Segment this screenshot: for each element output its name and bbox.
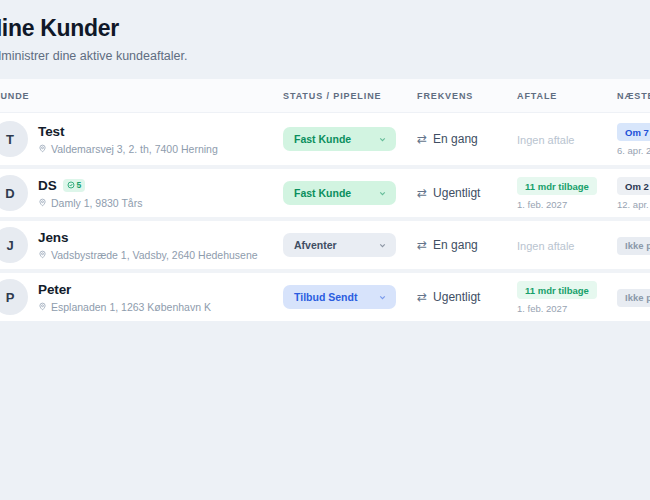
status-label: Afventer [294, 239, 337, 251]
repeat-icon: ⇄ [417, 238, 427, 252]
column-header-aftale: AFTALE [517, 91, 617, 101]
table-row[interactable]: J Jens Vadsbystræde 1, Vadsby, 2640 Hede… [0, 217, 650, 269]
map-pin-icon [38, 302, 47, 311]
frequency-label: En gang [433, 238, 478, 252]
customer-address: Esplanaden 1, 1263 København K [51, 301, 211, 313]
table-row[interactable]: D DS 5 Damly 1, 9830 Tårs [0, 165, 650, 217]
agreement-date: 1. feb. 2027 [517, 303, 617, 314]
agreement-none-label: Ingen aftale [517, 134, 575, 146]
avatar: D [0, 175, 28, 211]
visit-count-value: 5 [77, 180, 82, 190]
customer-name: Jens [38, 230, 68, 245]
next-visit-badge: Om 7 dage [617, 123, 650, 141]
table-row[interactable]: T Test Valdemarsvej 3, 2. th, 7400 Herni… [0, 113, 650, 165]
next-visit-badge: Ikke planlagt [617, 237, 650, 255]
table-header-row: KUNDE STATUS / PIPELINE FREKVENS AFTALE … [0, 79, 650, 113]
map-pin-icon [38, 144, 47, 153]
customer-address: Valdemarsvej 3, 2. th, 7400 Herning [51, 143, 218, 155]
map-pin-icon [38, 198, 47, 207]
status-pipeline-select[interactable]: Afventer [283, 233, 396, 257]
agreement-none-label: Ingen aftale [517, 240, 575, 252]
agreement-remaining-badge: 11 mdr tilbage [517, 281, 597, 299]
map-pin-icon [38, 250, 47, 259]
customer-address: Damly 1, 9830 Tårs [51, 197, 142, 209]
frequency-label: En gang [433, 132, 478, 146]
avatar: P [0, 279, 28, 315]
next-visit-badge: Om 2 uger [617, 177, 650, 195]
chevron-down-icon [378, 135, 387, 144]
next-visit-date: 12. apr. 2026 [617, 199, 650, 210]
visit-count-badge: 5 [63, 179, 86, 192]
frequency-cell: ⇄ Ugentligt [417, 290, 517, 304]
chevron-down-icon [378, 293, 387, 302]
next-visit-badge: Ikke planlagt [617, 289, 650, 307]
chevron-down-icon [378, 241, 387, 250]
repeat-icon: ⇄ [417, 186, 427, 200]
agreement-remaining-badge: 11 mdr tilbage [517, 177, 597, 195]
column-header-status: STATUS / PIPELINE [283, 91, 417, 101]
frequency-cell: ⇄ Ugentligt [417, 186, 517, 200]
customers-table-card: KUNDE STATUS / PIPELINE FREKVENS AFTALE … [0, 79, 650, 321]
avatar: J [0, 227, 28, 263]
frequency-label: Ugentligt [433, 290, 480, 304]
agreement-date: 1. feb. 2027 [517, 199, 617, 210]
chevron-down-icon [378, 189, 387, 198]
avatar: T [0, 121, 28, 157]
status-pipeline-select[interactable]: Fast Kunde [283, 181, 396, 205]
frequency-cell: ⇄ En gang [417, 238, 517, 252]
status-label: Fast Kunde [294, 187, 351, 199]
status-label: Tilbud Sendt [294, 291, 357, 303]
customer-name: Peter [38, 282, 71, 297]
page-title: Mine Kunder [0, 15, 650, 42]
next-visit-date: 6. apr. 2026 [617, 145, 650, 156]
repeat-icon: ⇄ [417, 132, 427, 146]
customer-name: Test [38, 124, 64, 139]
column-header-frekvens: FREKVENS [417, 91, 517, 101]
check-circle-icon [67, 181, 75, 189]
column-header-naeste: NÆSTE BESØG [617, 91, 650, 101]
customer-address: Vadsbystræde 1, Vadsby, 2640 Hedehusene [51, 249, 258, 261]
page-header: Mine Kunder Administrer dine aktive kund… [0, 0, 650, 63]
status-pipeline-select[interactable]: Fast Kunde [283, 127, 396, 151]
frequency-label: Ugentligt [433, 186, 480, 200]
status-label: Fast Kunde [294, 133, 351, 145]
customer-name: DS [38, 178, 57, 193]
column-header-kunde: KUNDE [0, 91, 283, 101]
page-subtitle: Administrer dine aktive kundeaftaler. [0, 49, 650, 63]
repeat-icon: ⇄ [417, 290, 427, 304]
status-pipeline-select[interactable]: Tilbud Sendt [283, 285, 396, 309]
frequency-cell: ⇄ En gang [417, 132, 517, 146]
table-row[interactable]: P Peter Esplanaden 1, 1263 København K T… [0, 269, 650, 321]
